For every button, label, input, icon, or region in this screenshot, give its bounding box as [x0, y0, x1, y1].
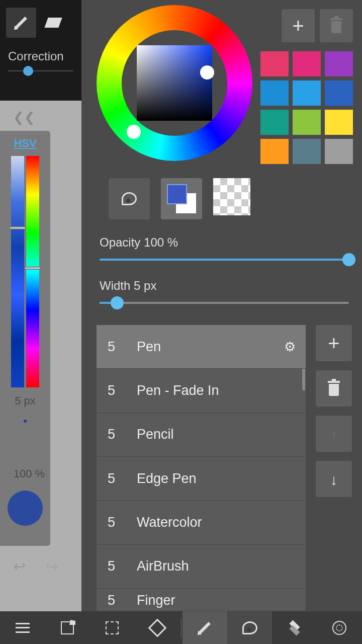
- palette-mode-button[interactable]: [109, 178, 150, 219]
- width-label: Width 5 px: [100, 279, 349, 293]
- brush-name: Edge Pen: [137, 471, 197, 487]
- swatch[interactable]: [260, 110, 289, 135]
- bg-brush-preview: [8, 491, 43, 526]
- swatch[interactable]: [293, 110, 321, 135]
- bg-eraser-tool[interactable]: [46, 18, 60, 28]
- swatch[interactable]: [260, 80, 289, 106]
- swatch[interactable]: [293, 139, 321, 164]
- brush-list[interactable]: 5Pen5Pen - Fade In5Pencil5Edge Pen5Water…: [97, 325, 306, 611]
- move-brush-up-button[interactable]: [316, 416, 352, 452]
- transparency-mode-button[interactable]: [213, 178, 250, 215]
- brush-item[interactable]: 5Watercolor: [97, 501, 306, 544]
- bg-value-gradient[interactable]: [11, 156, 24, 387]
- brush-item[interactable]: 5Pencil: [97, 413, 306, 457]
- undo-button[interactable]: ↩: [13, 557, 26, 575]
- toolbar-divider: [181, 618, 182, 638]
- swatch[interactable]: [325, 51, 353, 76]
- sv-thumb[interactable]: [200, 65, 214, 79]
- swatch[interactable]: [325, 80, 353, 106]
- brush-size: 5: [108, 427, 137, 442]
- brush-size: 5: [108, 383, 137, 398]
- add-brush-button[interactable]: [316, 325, 352, 361]
- redo-button[interactable]: ↪: [46, 557, 58, 575]
- swatch[interactable]: [293, 80, 321, 106]
- bg-hsv-tab[interactable]: HSV: [4, 137, 46, 150]
- bg-brush-preview-dot: [24, 420, 27, 423]
- color-wheel[interactable]: [97, 5, 252, 161]
- delete-brush-button[interactable]: [316, 370, 352, 407]
- brush-size: 5: [108, 593, 137, 608]
- bottom-toolbar: [0, 611, 362, 644]
- bg-collapse-icon[interactable]: ❮❮: [13, 110, 35, 125]
- bg-brush-tool[interactable]: [6, 8, 36, 38]
- brush-size: 5: [108, 471, 137, 487]
- brush-tab[interactable]: [183, 611, 227, 644]
- brush-name: Watercolor: [137, 515, 202, 530]
- bg-hue-gradient[interactable]: [26, 156, 39, 387]
- brush-name: Pen - Fade In: [137, 383, 219, 398]
- swatch-grid: [260, 51, 353, 164]
- more-button[interactable]: [317, 611, 362, 644]
- swatch[interactable]: [260, 139, 289, 164]
- swatch[interactable]: [293, 51, 321, 76]
- sv-box[interactable]: [137, 45, 212, 121]
- brush-item[interactable]: 5AirBrush: [97, 545, 306, 589]
- brush-name: Pen: [137, 339, 161, 355]
- opacity-label: Opacity 100 %: [100, 235, 349, 250]
- bg-opacity-readout: 100 %: [4, 467, 54, 480]
- layers-button[interactable]: [272, 611, 317, 644]
- bg-correction-slider[interactable]: [8, 70, 73, 86]
- brush-size: 5: [108, 558, 137, 574]
- width-slider[interactable]: [100, 302, 349, 304]
- brush-size: 5: [108, 339, 137, 355]
- brush-name: Pencil: [137, 427, 174, 442]
- add-swatch-button[interactable]: [282, 9, 315, 42]
- brush-size: 5: [108, 515, 137, 530]
- swatch[interactable]: [260, 51, 289, 76]
- brush-item[interactable]: 5Edge Pen: [97, 457, 306, 501]
- delete-swatch-button[interactable]: [320, 9, 353, 42]
- palette-tab[interactable]: [227, 611, 272, 644]
- edit-button[interactable]: [45, 611, 89, 644]
- swatch[interactable]: [325, 139, 353, 164]
- brush-name: AirBrush: [137, 558, 189, 574]
- brush-name: Finger: [137, 593, 175, 608]
- swatch[interactable]: [325, 110, 353, 135]
- rotate-button[interactable]: [135, 611, 179, 644]
- bg-correction-label: Correction: [0, 45, 81, 67]
- brush-item[interactable]: 5Pen: [97, 325, 306, 369]
- menu-button[interactable]: [0, 611, 45, 644]
- bg-color-side-panel: HSV 5 px 100 %: [0, 131, 50, 546]
- fgbg-mode-button[interactable]: [161, 178, 202, 219]
- brush-color-flyout: Opacity 100 % Width 5 px 5Pen5Pen - Fade…: [81, 0, 362, 611]
- selection-button[interactable]: [90, 611, 135, 644]
- brush-item[interactable]: 5Pen - Fade In: [97, 369, 306, 413]
- bg-size-readout: 5 px: [4, 394, 46, 408]
- move-brush-down-button[interactable]: [316, 461, 352, 497]
- gear-icon[interactable]: [284, 339, 296, 355]
- brush-item[interactable]: 5Finger: [97, 589, 306, 611]
- background-panel: Correction ❮❮ HSV 5 px 100 % ↩ ↪: [0, 0, 81, 611]
- hue-thumb[interactable]: [127, 125, 141, 139]
- opacity-slider[interactable]: [100, 259, 349, 261]
